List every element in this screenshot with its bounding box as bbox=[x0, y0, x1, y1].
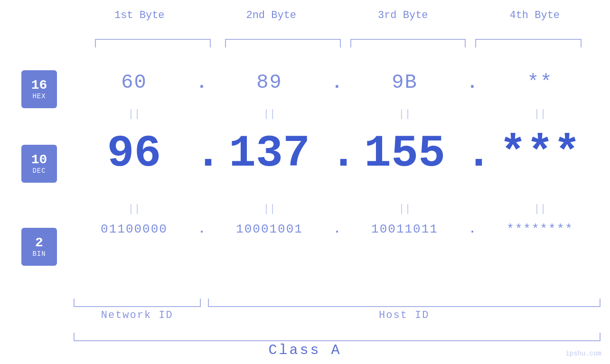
eq-2-1: || bbox=[74, 203, 195, 215]
eq-2-4: || bbox=[479, 203, 601, 215]
dec-val-4: *** bbox=[479, 128, 601, 179]
hex-val-4: ** bbox=[479, 71, 601, 94]
hex-base-label: HEX bbox=[32, 93, 46, 100]
dot-hex-3: . bbox=[465, 73, 479, 93]
dot-hex-1: . bbox=[195, 73, 209, 93]
top-bracket-4 bbox=[475, 39, 582, 47]
dec-badge: 10 DEC bbox=[21, 145, 57, 234]
class-label: Class A bbox=[0, 342, 610, 358]
dot-hex-2: . bbox=[330, 73, 344, 93]
bracket-network-id bbox=[74, 299, 201, 307]
bin-base-num: 2 bbox=[35, 236, 43, 251]
byte-header-2: 2nd Byte bbox=[206, 9, 338, 21]
eq-2-3: || bbox=[344, 203, 465, 215]
main-container: 1st Byte 2nd Byte 3rd Byte 4th Byte 16 H… bbox=[0, 0, 610, 364]
eq-1-1: || bbox=[74, 108, 195, 120]
eq-1-4: || bbox=[479, 108, 601, 120]
dec-base-label: DEC bbox=[32, 167, 46, 175]
eq-1-2: || bbox=[209, 108, 330, 120]
dot-bin-2: . bbox=[330, 222, 344, 236]
top-bracket-1 bbox=[95, 39, 211, 47]
top-bracket-2 bbox=[225, 39, 341, 47]
dec-row: 96 . 137 . 155 . *** bbox=[74, 128, 601, 179]
dec-base-num: 10 bbox=[31, 153, 47, 168]
dot-dec-2: . bbox=[330, 128, 344, 179]
host-id-label: Host ID bbox=[208, 309, 601, 321]
dot-bin-1: . bbox=[195, 222, 209, 236]
eq-row-2: || || || || bbox=[74, 203, 601, 215]
bin-row: 01100000 . 10001001 . 10011011 . *******… bbox=[74, 222, 601, 236]
hex-val-3: 9B bbox=[344, 71, 465, 94]
top-bracket-3 bbox=[350, 39, 466, 47]
eq-1-3: || bbox=[344, 108, 465, 120]
bracket-host-id bbox=[208, 299, 601, 307]
eq-row-1: || || || || bbox=[74, 108, 601, 120]
bracket-class bbox=[74, 333, 601, 341]
hex-val-2: 89 bbox=[209, 71, 330, 94]
dot-dec-3: . bbox=[465, 128, 479, 179]
dec-val-2: 137 bbox=[209, 128, 330, 179]
bin-badge: 2 BIN bbox=[21, 228, 57, 317]
bin-base-label: BIN bbox=[32, 250, 46, 258]
hex-base-num: 16 bbox=[31, 78, 47, 93]
network-id-label: Network ID bbox=[74, 309, 201, 321]
bin-val-3: 10011011 bbox=[344, 222, 465, 236]
dot-dec-1: . bbox=[195, 128, 209, 179]
hex-row: 60 . 89 . 9B . ** bbox=[74, 71, 601, 94]
byte-header-1: 1st Byte bbox=[74, 9, 206, 21]
dec-val-1: 96 bbox=[74, 128, 195, 179]
dot-bin-3: . bbox=[465, 222, 479, 236]
eq-2-2: || bbox=[209, 203, 330, 215]
watermark: ipshu.com bbox=[565, 350, 601, 357]
dec-val-3: 155 bbox=[344, 128, 465, 179]
bin-val-4: ******** bbox=[479, 222, 601, 236]
byte-headers: 1st Byte 2nd Byte 3rd Byte 4th Byte bbox=[74, 9, 601, 21]
bin-val-2: 10001001 bbox=[209, 222, 330, 236]
bin-val-1: 01100000 bbox=[74, 222, 195, 236]
byte-header-4: 4th Byte bbox=[469, 9, 601, 21]
byte-header-3: 3rd Byte bbox=[337, 9, 469, 21]
hex-val-1: 60 bbox=[74, 71, 195, 94]
